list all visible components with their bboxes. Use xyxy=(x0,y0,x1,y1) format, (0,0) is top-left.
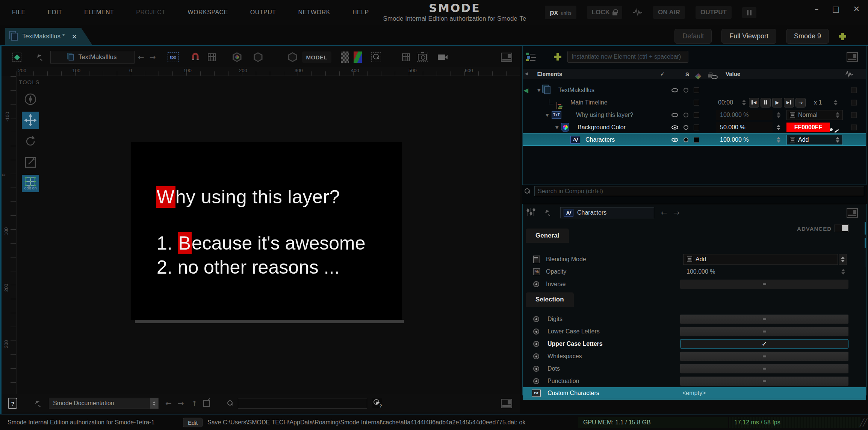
gizmo-icon[interactable] xyxy=(254,52,263,62)
ruler-horizontal[interactable]: -200 -100 0 100 200 300 400 500 600 xyxy=(17,67,520,76)
blending-mode-dropdown[interactable]: Add xyxy=(683,254,838,265)
pixel-grid-icon[interactable] xyxy=(402,53,410,61)
solo-icon[interactable] xyxy=(684,88,688,92)
move-tool[interactable] xyxy=(22,112,39,129)
element-label[interactable]: TextMaksIllus xyxy=(558,87,594,94)
color-swatch[interactable]: FF0000FF xyxy=(786,123,830,132)
document-tab[interactable]: TextMaksIllus * ✕ xyxy=(5,28,92,45)
punctuation-toggle[interactable] xyxy=(680,376,848,386)
loop-button[interactable]: → xyxy=(795,98,806,108)
panel-scrollbar[interactable] xyxy=(865,222,866,267)
edited-element-field[interactable]: A Characters xyxy=(560,207,654,218)
doc-search-input[interactable] xyxy=(238,398,367,409)
dropdown-spinner[interactable] xyxy=(836,112,839,118)
doc-forward-button[interactable]: → xyxy=(178,399,184,408)
opacity-value[interactable]: 100.000 % xyxy=(716,110,773,120)
selection-section-tab[interactable]: Selection xyxy=(526,292,574,307)
gizmo-color-icon[interactable] xyxy=(233,52,242,62)
element-row-main-timeline[interactable]: Main Timeline 00:00 ◀ ▶ ▶ → x 1 xyxy=(523,96,866,109)
dropdown-spinner[interactable] xyxy=(836,137,839,142)
pause-output-button[interactable] xyxy=(742,7,756,18)
tree-view-icon[interactable] xyxy=(526,52,536,61)
params-forward-button[interactable]: → xyxy=(673,208,680,217)
panel-layout-icon[interactable] xyxy=(501,53,512,62)
dots-toggle[interactable] xyxy=(680,364,848,373)
opacity-spinner[interactable] xyxy=(777,137,780,142)
workspace-full-viewport-button[interactable]: Full Viewport xyxy=(721,29,776,44)
panel-layout-icon[interactable] xyxy=(501,399,512,408)
lower-case-toggle[interactable] xyxy=(680,327,848,336)
skip-start-button[interactable]: ◀ xyxy=(749,98,759,108)
collapse-all-icon[interactable]: ▼ xyxy=(524,72,529,75)
workspace-smode9-button[interactable]: Smode 9 xyxy=(786,29,829,44)
skip-end-button[interactable]: ▶ xyxy=(784,98,794,108)
params-back-button[interactable]: ← xyxy=(661,208,667,217)
px-units-button[interactable]: px units xyxy=(545,6,576,19)
general-section-tab[interactable]: General xyxy=(526,229,569,243)
opacity-spinner[interactable] xyxy=(841,269,845,274)
eye-icon[interactable] xyxy=(671,138,678,142)
eye-icon[interactable] xyxy=(671,113,678,117)
enabled-checkbox[interactable] xyxy=(694,112,699,118)
element-row-why-using-this-layer[interactable]: ▼ TxT Why using this layer? 100.000 % No… xyxy=(523,109,866,121)
element-row-characters-selected[interactable]: A Characters 100.000 % Add xyxy=(523,133,866,146)
element-label[interactable]: Background Color xyxy=(578,124,626,131)
scale-tool[interactable] xyxy=(22,154,39,171)
panel-layout-icon[interactable] xyxy=(847,52,858,62)
context-help-icon[interactable]: ? xyxy=(372,398,382,408)
color-column-icon[interactable] xyxy=(695,73,702,79)
menu-file[interactable]: FILE xyxy=(12,9,26,16)
opacity-value[interactable]: 100.000 % xyxy=(687,268,715,275)
blend-mode-dropdown[interactable]: Add xyxy=(786,135,843,145)
doc-up-button[interactable]: ↑ xyxy=(192,399,198,407)
opacity-value[interactable]: 100.000 % xyxy=(720,136,749,143)
panel-layout-icon[interactable] xyxy=(847,208,858,218)
enabled-checkbox[interactable] xyxy=(694,137,699,142)
pin-icon[interactable] xyxy=(545,210,550,215)
resize-grip-icon[interactable]: ╱╱ xyxy=(860,418,866,427)
element-row-textmaksillus[interactable]: ◀ ▼ TextMaksIllus xyxy=(523,84,866,96)
edit-doc-icon[interactable] xyxy=(203,400,210,407)
solo-icon[interactable] xyxy=(684,112,688,117)
blend-mode-dropdown[interactable]: Normal xyxy=(786,110,843,120)
edit-button[interactable]: Edit xyxy=(183,418,203,427)
rotate-tool[interactable] xyxy=(22,133,39,150)
solo-icon[interactable] xyxy=(684,125,688,130)
grid-toggle-icon[interactable] xyxy=(208,53,216,61)
whitespaces-toggle[interactable] xyxy=(680,351,848,361)
minimize-button[interactable]: – xyxy=(815,5,819,14)
menu-output[interactable]: OUTPUT xyxy=(250,9,276,16)
opacity-spinner[interactable] xyxy=(777,124,780,130)
curve-cell[interactable] xyxy=(851,100,857,105)
param-row-custom-characters-selected[interactable]: txt Custom Characters <empty> xyxy=(523,387,866,400)
curve-cell[interactable] xyxy=(851,87,857,93)
upper-case-toggle[interactable]: ✓ xyxy=(680,339,848,348)
custom-characters-value[interactable]: <empty> xyxy=(682,390,706,397)
back-button[interactable]: ← xyxy=(138,53,144,62)
instantiate-input[interactable] xyxy=(567,51,688,63)
on-air-button[interactable]: ON AIR xyxy=(653,6,685,19)
output-button[interactable]: OUTPUT xyxy=(696,6,732,19)
opacity-spinner[interactable] xyxy=(777,112,780,118)
expand-icon[interactable]: ▼ xyxy=(546,112,549,117)
pin-icon[interactable] xyxy=(37,55,42,60)
advanced-toggle[interactable] xyxy=(835,224,849,232)
pin-icon[interactable] xyxy=(35,401,41,406)
ruler-vertical[interactable]: -100 0 100 200 300 400 xyxy=(2,76,17,403)
solo-column-label[interactable]: S xyxy=(685,71,689,77)
lock-column-icon[interactable] xyxy=(708,74,712,77)
solo-icon[interactable] xyxy=(684,137,688,142)
close-button[interactable]: ✕ xyxy=(853,5,860,14)
cube-view-icon[interactable] xyxy=(288,52,297,62)
digits-toggle[interactable] xyxy=(680,314,848,324)
add-element-icon[interactable] xyxy=(554,53,561,61)
compo-search-input[interactable] xyxy=(534,186,864,196)
forward-button[interactable]: → xyxy=(150,53,156,62)
expand-icon[interactable]: ▼ xyxy=(537,88,540,92)
pause-button[interactable] xyxy=(761,98,771,108)
expand-icon[interactable]: ▼ xyxy=(555,125,558,130)
zoom-tool-icon[interactable] xyxy=(371,52,381,62)
timecode-value[interactable]: 00:00 xyxy=(718,99,733,106)
element-row-background-color[interactable]: ▼ Background Color 50.000 % FF0000FF xyxy=(523,121,866,133)
sliders-icon[interactable] xyxy=(526,207,535,218)
